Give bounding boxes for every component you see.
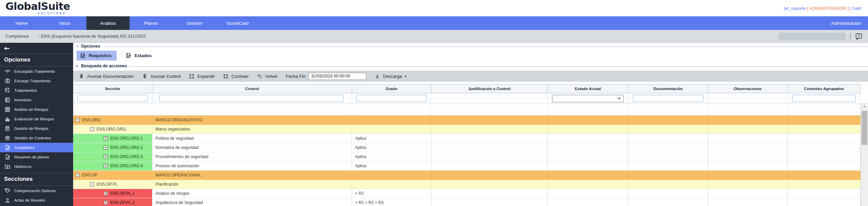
toolbar-buttons: Asociar DocumentaciónAsociar ControlExpa… [79, 73, 278, 79]
sidebar-section-title: Secciones [0, 173, 73, 186]
asociar-documentacion-button[interactable]: Asociar Documentación [79, 73, 134, 79]
column-header-documentacion[interactable]: Documentación [629, 85, 708, 93]
expand-toggle[interactable]: + [104, 164, 108, 168]
expand-toggle[interactable]: + [104, 155, 108, 159]
options-panel-header[interactable]: ▼ Opciones [73, 44, 868, 49]
sidebar-item-analisis-de-riesgos[interactable]: Análisis de Riesgos [0, 105, 73, 114]
main-content: ▼ Opciones RequisitosEstados ▶ Búsqueda … [73, 43, 868, 206]
sidebar-item-historicos[interactable]: Históricos [0, 162, 73, 171]
panel-rule [130, 66, 868, 67]
nav-item-analisis[interactable]: Análisis [86, 16, 130, 30]
filter-seccion-input[interactable] [78, 95, 148, 102]
documentacion-cell [629, 161, 708, 170]
sidebar-item-inventario[interactable]: Inventario [0, 95, 73, 105]
sidebar-item-gestion-de-controles[interactable]: Gestión de Controles [0, 133, 73, 143]
sidebar-item-evaluacion-de-riesgos[interactable]: Evaluación de Riesgos [0, 114, 73, 124]
help-icon[interactable]: ? [855, 33, 863, 40]
bank-icon [4, 135, 11, 141]
filter-control-input[interactable] [159, 95, 344, 102]
estado-actual-filter-select[interactable] [552, 95, 624, 102]
fecha-fin-input[interactable] [308, 73, 366, 80]
empty-table-row [73, 104, 861, 116]
collapse-triangle-icon: ▼ [76, 45, 81, 48]
tab-requisitos[interactable]: Requisitos [77, 51, 117, 61]
search-panel-header[interactable]: ▶ Búsqueda de acciones [73, 63, 868, 69]
nav-item-planes[interactable]: Planes [130, 16, 173, 30]
scrollbar-thumb[interactable] [862, 111, 867, 145]
sidebar-item-label: Gestión de Controles [14, 136, 51, 140]
controles-agrupados-cell [788, 198, 861, 206]
seccion-cell: +ENS.OP.PL.2 [73, 198, 152, 206]
expand-toggle[interactable]: + [104, 191, 108, 195]
sidebar-section-title: Opciones [0, 54, 73, 67]
sidebar-item-tratamientos[interactable]: Tratamientos [0, 86, 73, 95]
volver-button[interactable]: Volver [257, 73, 278, 79]
asociar-control-button[interactable]: Asociar Control [142, 73, 181, 79]
nav-item-gestion[interactable]: Gestión [173, 16, 216, 30]
chevron-down-icon[interactable]: ▾ [405, 74, 406, 78]
expand-toggle[interactable]: − [90, 182, 94, 186]
filter-controles-agrupados-input[interactable] [792, 95, 856, 102]
nav-item-home[interactable]: Home [0, 16, 43, 30]
seccion-cell: +ENS.ORG.ORG.1 [73, 134, 152, 143]
expand-toggle[interactable]: − [76, 173, 80, 177]
filter-grado-input[interactable] [356, 95, 427, 102]
contraer-button[interactable]: Contraer [223, 73, 249, 79]
sidebar-item-actas-de-reunion[interactable]: Actas de Reunión [0, 195, 73, 205]
column-header-control[interactable]: Control [152, 85, 352, 93]
nav-item-administracion[interactable]: Administración [824, 16, 868, 30]
column-header-seccion[interactable]: Sección [73, 85, 152, 93]
logout-link[interactable]: Salir [852, 6, 861, 11]
sidebar-item-categorizacion-sistema[interactable]: Categorización Sistema [0, 186, 73, 195]
sidebar-item-label: Encargo Tratamiento [14, 79, 51, 83]
control-label: MARCO OPERACIONAL [155, 173, 201, 177]
logo-subtitle: SOLUTIONS [5, 12, 70, 15]
controles-agrupados-cell [788, 125, 861, 134]
column-header-estado-actual[interactable]: Estado Actual [548, 85, 629, 93]
filter-documentacion-input[interactable] [633, 95, 703, 102]
scrollbar-up-icon[interactable]: ▲ [861, 103, 868, 108]
seccion-label: ENS.OP.PL [97, 182, 118, 187]
username[interactable]: ad_soporte [784, 6, 806, 11]
table-filter-row [73, 93, 861, 104]
context-selector-box[interactable] [779, 33, 846, 40]
sidebar-item-encargo-tratamiento[interactable]: Encargo Tratamiento [0, 76, 73, 86]
expand-toggle[interactable]: − [90, 127, 94, 131]
top-header: GlobalSuite SOLUTIONS ad_soporte [ ADMIN… [0, 0, 868, 16]
sidebar-item-label: Actas de Reunión [14, 198, 45, 202]
vertical-scrollbar[interactable]: ▲ [861, 103, 868, 206]
sidebar-back-icon[interactable]: ← [4, 44, 10, 52]
sidebar-item-gestion-de-riesgos[interactable]: Gestión de Riesgos [0, 124, 73, 133]
person-icon [4, 197, 11, 203]
expand-toggle[interactable]: − [76, 118, 80, 122]
seccion-label: ENS.OP.PL.1 [110, 191, 135, 196]
sidebar-item-label: Resumen de planes [14, 155, 49, 159]
justificacion-cell [431, 198, 548, 206]
expandir-button[interactable]: Expandir [189, 73, 215, 79]
page-edit-icon [4, 154, 11, 160]
user-role-badge: [ ADMINISTRADOR ] [807, 6, 849, 11]
expand-toggle[interactable]: + [104, 201, 108, 205]
nav-item-label: Inicio [60, 21, 70, 26]
sidebar-item-resumen-de-planes[interactable]: Resumen de planes [0, 152, 73, 162]
nav-item-scorecard[interactable]: ScoreCard [216, 16, 259, 30]
globalsuite-logo[interactable]: GlobalSuite SOLUTIONS [5, 1, 70, 15]
grado-cell: Aplica [352, 152, 431, 161]
sidebar: ← OpcionesEncargado TratamientoEncargo T… [0, 43, 73, 206]
sidebar-item-compliance[interactable]: Compliance [0, 143, 73, 152]
expand-toggle[interactable]: + [104, 136, 108, 140]
expand-toggle[interactable]: + [104, 145, 108, 150]
descarga-button[interactable]: Descarga ▾ [374, 73, 406, 79]
nav-item-inicio[interactable]: Inicio [43, 16, 86, 30]
tab-estados[interactable]: Estados [122, 51, 157, 61]
paperclip-icon [79, 73, 84, 79]
column-header-justificacion-o-control[interactable]: Justificación o Control [431, 85, 548, 93]
seccion-label: ENS.ORG.ORG.1 [110, 136, 143, 141]
column-header-controles-agrupados[interactable]: Controles Agrupados [788, 85, 861, 93]
sidebar-item-encargado-tratamiento[interactable]: Encargado Tratamiento [0, 67, 73, 76]
controles-agrupados-cell [788, 143, 861, 152]
collapse-icon [223, 73, 229, 79]
documentacion-cell [629, 189, 708, 198]
column-header-grado[interactable]: Grado [352, 85, 431, 93]
column-header-observaciones[interactable]: Observaciones [708, 85, 788, 93]
